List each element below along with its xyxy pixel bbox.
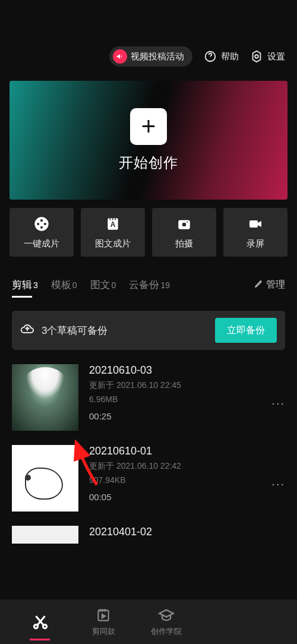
tab-active-indicator (12, 296, 32, 298)
record-screen-button[interactable]: 录屏 (223, 208, 287, 257)
svg-rect-16 (249, 220, 258, 228)
manage-button[interactable]: 管理 (254, 279, 285, 291)
tab-image-text[interactable]: 图文 0 (90, 278, 116, 292)
tab-cloud-count: 19 (160, 280, 170, 290)
draft-title: 20210401-02 (89, 526, 285, 538)
video-activity-pill[interactable]: 视频投稿活动 (109, 46, 192, 67)
svg-point-7 (37, 222, 39, 225)
draft-thumbnail (12, 526, 78, 544)
gear-icon (249, 49, 264, 64)
backup-bar: 3个草稿可备份 立即备份 (12, 311, 285, 350)
draft-item[interactable]: 20210610-01 更新于 2021.06.10 22:42 907.94K… (12, 445, 285, 512)
tab-edit-count: 3 (33, 280, 38, 290)
shoot-button[interactable]: 拍摄 (152, 208, 216, 257)
help-icon (203, 49, 217, 64)
manage-label: 管理 (266, 279, 285, 291)
settings-label: 设置 (267, 51, 285, 62)
svg-rect-22 (105, 610, 105, 611)
svg-point-18 (43, 624, 46, 628)
svg-text:A: A (110, 220, 116, 229)
draft-item[interactable]: 20210610-03 更新于 2021.06.10 22:45 6.96MB … (12, 364, 285, 431)
image-text-film-button[interactable]: A 图文成片 (81, 208, 145, 257)
draft-size: 907.94KB (89, 475, 285, 485)
pencil-icon (254, 279, 264, 291)
draft-title: 20210610-01 (89, 445, 285, 457)
text-doc-icon: A (105, 216, 121, 232)
backup-now-button[interactable]: 立即备份 (215, 318, 277, 343)
draft-item[interactable]: 20210401-02 (12, 526, 285, 544)
plus-icon (130, 108, 167, 145)
nav-active-indicator (30, 639, 50, 640)
svg-point-6 (40, 226, 43, 228)
video-activity-label: 视频投稿活动 (131, 51, 184, 62)
backup-now-label: 立即备份 (227, 324, 265, 337)
settings-button[interactable]: 设置 (249, 49, 285, 64)
svg-rect-9 (110, 218, 111, 220)
draft-duration: 00:25 (89, 411, 285, 421)
svg-point-3 (34, 217, 48, 231)
draft-more-button[interactable]: ... (271, 475, 285, 488)
one-click-film-button[interactable]: 一键成片 (10, 208, 74, 257)
svg-point-15 (187, 221, 188, 222)
svg-rect-20 (100, 610, 100, 611)
draft-size: 6.96MB (89, 394, 285, 404)
svg-rect-11 (115, 218, 116, 220)
tab-edit[interactable]: 剪辑 3 (12, 278, 38, 292)
one-click-label: 一键成片 (24, 238, 59, 250)
start-create-hero[interactable]: 开始创作 (10, 81, 287, 200)
backup-message: 3个草稿可备份 (42, 324, 208, 337)
start-create-label: 开始创作 (119, 153, 178, 172)
help-button[interactable]: 帮助 (203, 49, 239, 64)
tab-template[interactable]: 模板 0 (51, 278, 77, 292)
video-icon (247, 216, 264, 232)
svg-marker-1 (253, 51, 261, 62)
draft-updated: 更新于 2021.06.10 22:42 (89, 461, 285, 472)
tab-template-count: 0 (72, 280, 77, 290)
tab-image-text-label: 图文 (90, 278, 110, 292)
megaphone-icon (113, 49, 127, 64)
scissors-icon (31, 613, 49, 631)
cloud-upload-icon (20, 322, 34, 339)
nav-same-style[interactable]: 剪同款 (86, 607, 121, 637)
svg-point-14 (182, 222, 187, 226)
svg-rect-10 (112, 218, 113, 220)
svg-point-17 (34, 624, 37, 628)
svg-point-5 (44, 222, 46, 225)
tab-image-text-count: 0 (112, 280, 116, 290)
nav-academy-label: 创作学院 (151, 626, 182, 637)
image-text-film-label: 图文成片 (95, 238, 131, 250)
draft-thumbnail (12, 445, 78, 512)
svg-point-4 (40, 219, 43, 222)
tab-template-label: 模板 (51, 278, 71, 292)
draft-title: 20210610-03 (89, 364, 285, 377)
film-reel-icon (33, 216, 50, 232)
record-screen-label: 录屏 (247, 238, 264, 250)
draft-thumbnail (12, 364, 78, 431)
nav-academy[interactable]: 创作学院 (148, 607, 184, 637)
nav-same-label: 剪同款 (92, 626, 115, 637)
draft-updated: 更新于 2021.06.10 22:45 (89, 380, 285, 391)
draft-duration: 00:05 (89, 492, 285, 502)
tab-cloud-label: 云备份 (129, 278, 159, 292)
draft-more-button[interactable]: ... (271, 394, 285, 408)
help-label: 帮助 (221, 51, 239, 62)
graduation-cap-icon (158, 607, 175, 624)
nav-edit[interactable] (23, 613, 58, 631)
svg-rect-21 (102, 610, 103, 611)
template-icon (96, 607, 111, 624)
camera-icon (176, 216, 192, 232)
shoot-label: 拍摄 (175, 238, 193, 250)
tab-cloud[interactable]: 云备份 19 (129, 278, 170, 292)
bottom-nav: 剪同款 创作学院 (0, 599, 297, 644)
svg-point-2 (255, 55, 258, 58)
tab-edit-label: 剪辑 (12, 278, 32, 292)
